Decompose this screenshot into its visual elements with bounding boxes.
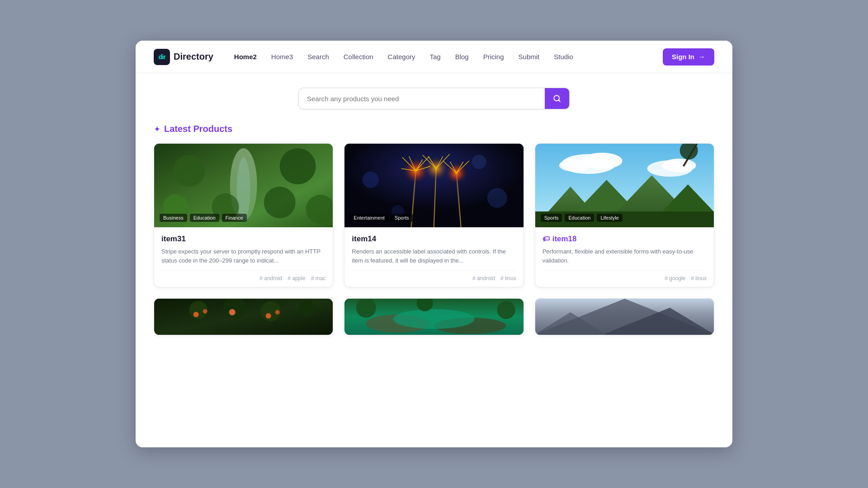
svg-point-57 [266, 313, 271, 319]
nav-search[interactable]: Search [301, 50, 335, 63]
card-footer: # android # linux [352, 270, 516, 282]
product-card[interactable]: Business Education Finance item31 Stripe… [154, 143, 333, 287]
card-tags: Business Education Finance [160, 214, 247, 222]
card-hashtag: # linux [691, 275, 707, 282]
card-image: Sports Education Lifestyle [535, 144, 714, 227]
card-description: Performant, flexible and extensible form… [542, 247, 707, 265]
arrow-icon: → [698, 53, 705, 61]
sign-in-button[interactable]: Sign In → [663, 48, 714, 66]
card-hashtag: # linux [500, 275, 516, 282]
card-image [154, 299, 333, 335]
card-tag: Sports [541, 214, 562, 222]
product-grid: Business Education Finance item31 Stripe… [136, 143, 732, 350]
card-body: 🏷 item18 Performant, flexible and extens… [535, 227, 714, 287]
card-title: 🏷 item18 [542, 235, 707, 244]
card-tags: Sports Education Lifestyle [541, 214, 623, 222]
search-input[interactable] [299, 89, 545, 109]
logo-text: Directory [174, 52, 213, 62]
pool-illustration [344, 299, 523, 335]
product-card[interactable] [535, 298, 714, 335]
svg-point-58 [275, 310, 280, 314]
card-body: item14 Renders an accessible label assoc… [344, 227, 523, 287]
app-window: dir Directory Home2 Home3 Search Collect… [136, 41, 732, 447]
card-image: Business Education Finance [154, 144, 333, 227]
card-title: item14 [352, 235, 516, 244]
card-tag: Sports [391, 214, 413, 222]
search-icon [553, 94, 561, 103]
nav-home3[interactable]: Home3 [265, 50, 299, 63]
card-description: Stripe expects your server to promptly r… [161, 247, 326, 265]
card-footer: # google # linux [542, 270, 707, 282]
svg-point-4 [237, 157, 250, 221]
card-hashtag: # android [259, 275, 282, 282]
featured-icon: 🏷 [542, 235, 550, 243]
svg-point-5 [174, 155, 205, 187]
sparkle-icon: ✦ [154, 124, 160, 134]
product-card[interactable]: Sports Education Lifestyle 🏷 item18 Perf… [535, 143, 714, 287]
search-bar [298, 88, 570, 109]
card-hashtag: # android [472, 275, 495, 282]
nav-collection[interactable]: Collection [337, 50, 380, 63]
svg-point-63 [356, 299, 376, 318]
logo-link[interactable]: dir Directory [154, 49, 213, 65]
product-card[interactable] [344, 298, 524, 335]
svg-point-53 [299, 300, 315, 317]
svg-point-12 [363, 172, 379, 188]
card-tags: Entertainment Sports [350, 214, 412, 222]
card-tag: Lifestyle [597, 214, 622, 222]
card-image [535, 299, 714, 335]
nav-submit[interactable]: Submit [512, 50, 546, 63]
main-content: dir Directory Home2 Home3 Search Collect… [136, 41, 732, 447]
card-description: Renders an accessible label associated w… [352, 247, 516, 265]
card-hashtag: # mac [311, 275, 326, 282]
nav-tag[interactable]: Tag [423, 50, 447, 63]
card-tag: Business [160, 214, 187, 222]
card-tag: Finance [222, 214, 247, 222]
main-nav: Home2 Home3 Search Collection Category T… [228, 50, 663, 63]
cliff-illustration [535, 299, 714, 335]
card-hashtag: # google [665, 275, 685, 282]
header: dir Directory Home2 Home3 Search Collect… [136, 41, 732, 73]
card-tag: Entertainment [350, 214, 388, 222]
section-title: Latest Products [164, 124, 232, 134]
svg-point-56 [229, 309, 236, 315]
svg-point-55 [203, 309, 208, 314]
svg-point-64 [497, 301, 515, 319]
header-right: Sign In → [663, 48, 714, 66]
nav-category[interactable]: Category [382, 50, 422, 63]
card-image: Entertainment Sports [344, 144, 523, 227]
svg-point-8 [264, 187, 296, 218]
logo-icon: dir [154, 49, 170, 65]
card-tag: Education [565, 214, 594, 222]
svg-point-39 [559, 159, 590, 172]
card-body: item31 Stripe expects your server to pro… [154, 227, 333, 287]
svg-point-41 [661, 159, 696, 172]
search-section [136, 73, 732, 120]
card-title: item31 [161, 235, 326, 244]
card-tag: Education [190, 214, 219, 222]
nav-studio[interactable]: Studio [547, 50, 580, 63]
svg-point-62 [393, 309, 475, 329]
fruit-illustration [154, 299, 333, 335]
svg-point-15 [472, 155, 486, 169]
svg-point-54 [193, 312, 199, 317]
section-header: ✦ Latest Products [136, 120, 732, 143]
svg-point-6 [280, 148, 316, 184]
product-card[interactable]: Entertainment Sports item14 Renders an a… [344, 143, 524, 287]
nav-blog[interactable]: Blog [449, 50, 475, 63]
product-card[interactable] [154, 298, 333, 335]
card-footer: # android # apple # mac [161, 270, 326, 282]
card-hashtag: # apple [288, 275, 305, 282]
svg-point-13 [487, 188, 507, 208]
nav-home2[interactable]: Home2 [228, 50, 263, 63]
search-button[interactable] [545, 88, 569, 109]
svg-line-1 [558, 100, 560, 101]
nav-pricing[interactable]: Pricing [477, 50, 510, 63]
card-image [344, 299, 523, 335]
